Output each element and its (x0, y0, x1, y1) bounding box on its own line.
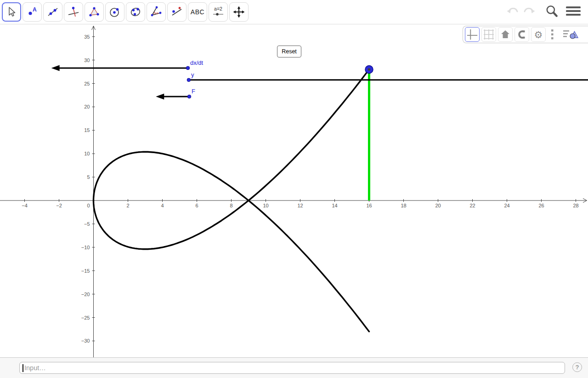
y-tick-label: 30 (84, 57, 90, 63)
y-tick-label: −30 (81, 338, 90, 344)
point-on-curve-center (368, 68, 370, 70)
cursor-icon (5, 6, 18, 18)
redo-button[interactable] (521, 4, 537, 18)
style-panel-button[interactable] (561, 27, 580, 42)
redo-icon (522, 6, 536, 17)
x-tick-label: 22 (469, 203, 475, 208)
home-icon (499, 29, 511, 40)
y-tick-label: 10 (84, 151, 90, 156)
tool-perpendicular-line[interactable] (64, 2, 83, 22)
x-tick-label: 28 (573, 203, 578, 208)
tool-angle[interactable]: α (147, 2, 166, 22)
slider-icon: a=2 (211, 5, 225, 19)
y-tick-label: 5 (87, 174, 90, 180)
curve-branch-2[interactable] (94, 152, 369, 332)
toolbar: A (0, 0, 588, 24)
search-button[interactable] (544, 4, 560, 18)
point-icon: A (26, 6, 39, 18)
tool-text[interactable]: ABC (188, 2, 207, 22)
vector-dxdt-arrowhead (51, 65, 60, 71)
hamburger-menu-icon (565, 5, 581, 17)
graphics-canvas[interactable]: −4−2024681012141618202224262835302520151… (0, 25, 588, 357)
toolbar-right-actions (504, 4, 582, 18)
perpendicular-line-icon (67, 6, 80, 18)
tool-slider[interactable]: a=2 (209, 2, 228, 22)
undo-icon (506, 6, 520, 17)
y-tick-label: 15 (84, 127, 90, 133)
x-tick-label: 16 (366, 203, 372, 208)
toggle-axes-button[interactable] (465, 27, 480, 42)
x-tick-label: 8 (230, 203, 232, 208)
tool-move[interactable] (2, 2, 21, 22)
text-tool-label: ABC (191, 8, 204, 16)
axes-icon (466, 28, 479, 41)
snap-to-grid-button[interactable] (514, 27, 529, 42)
standard-view-button[interactable] (498, 27, 513, 42)
x-tick-label: 2 (126, 203, 129, 208)
curve-branch-1[interactable] (94, 69, 369, 249)
vector-dxdt-label: dx/dt (190, 59, 204, 66)
kebab-menu-icon (549, 28, 555, 41)
tool-move-graphics-view[interactable] (229, 2, 249, 22)
x-tick-label: 6 (195, 203, 198, 208)
y-tick-label: −10 (81, 245, 90, 250)
svg-text:a=2: a=2 (214, 6, 222, 11)
graphics-view[interactable]: −4−2024681012141618202224262835302520151… (0, 25, 588, 357)
tool-line[interactable] (43, 2, 62, 22)
y-tick-label: 35 (84, 34, 90, 40)
x-tick-label: 14 (332, 203, 337, 208)
ellipse-icon (129, 6, 142, 18)
algebra-input[interactable] (19, 362, 565, 374)
x-tick-label: −2 (56, 203, 62, 208)
y-tick-label: 25 (84, 81, 90, 86)
reflect-icon (170, 6, 183, 18)
more-options-button[interactable] (548, 27, 557, 42)
x-tick-label: 18 (401, 203, 406, 208)
view-settings-button[interactable]: ⚙ (531, 27, 546, 42)
vector-y-label: y (191, 71, 194, 78)
style-panel-icon (562, 28, 579, 41)
vector-F-arrowhead (156, 94, 164, 100)
x-tick-label: −4 (22, 203, 28, 208)
y-tick-label: 20 (84, 104, 90, 109)
input-bar: ? (0, 357, 588, 378)
move-view-icon (232, 6, 245, 18)
vector-y-origin-point[interactable] (187, 78, 191, 82)
tool-point[interactable]: A (23, 2, 42, 22)
grid-icon (483, 29, 495, 40)
x-tick-label: 4 (161, 203, 164, 208)
circle-icon (108, 6, 121, 18)
line-icon (46, 6, 59, 18)
polygon-icon (88, 6, 101, 18)
vector-F-origin-point[interactable] (187, 95, 191, 98)
tool-polygon[interactable] (85, 2, 104, 22)
vector-F-label: F (192, 88, 195, 95)
y-tick-label: −20 (81, 292, 90, 297)
tool-conic-through-points[interactable] (126, 2, 145, 22)
svg-text:α: α (156, 11, 158, 15)
svg-text:A: A (33, 6, 37, 13)
y-tick-label: −25 (81, 315, 90, 321)
x-tick-label: 24 (504, 203, 509, 208)
y-tick-label: −15 (81, 268, 90, 274)
undo-button[interactable] (504, 4, 521, 18)
main-menu-button[interactable] (565, 4, 582, 18)
reset-button[interactable]: Reset (277, 46, 301, 57)
graphics-stylebar: ⚙ (463, 26, 588, 43)
x-tick-label: 20 (435, 203, 441, 208)
x-tick-label: 0 (87, 203, 90, 208)
x-tick-label: 26 (538, 203, 544, 208)
tool-reflect-about-line[interactable] (167, 2, 187, 22)
toggle-grid-button[interactable] (481, 27, 496, 42)
magnet-icon (515, 28, 528, 41)
help-icon[interactable]: ? (572, 362, 582, 372)
x-tick-label: 10 (263, 203, 268, 208)
x-tick-label: 12 (297, 203, 303, 208)
angle-icon: α (150, 6, 163, 18)
gear-icon: ⚙ (534, 30, 543, 40)
text-caret (23, 364, 23, 372)
search-icon (545, 4, 559, 18)
y-tick-label: −5 (84, 221, 90, 227)
vector-dxdt-origin-point[interactable] (186, 66, 190, 70)
tool-circle-center-point[interactable] (105, 2, 124, 22)
